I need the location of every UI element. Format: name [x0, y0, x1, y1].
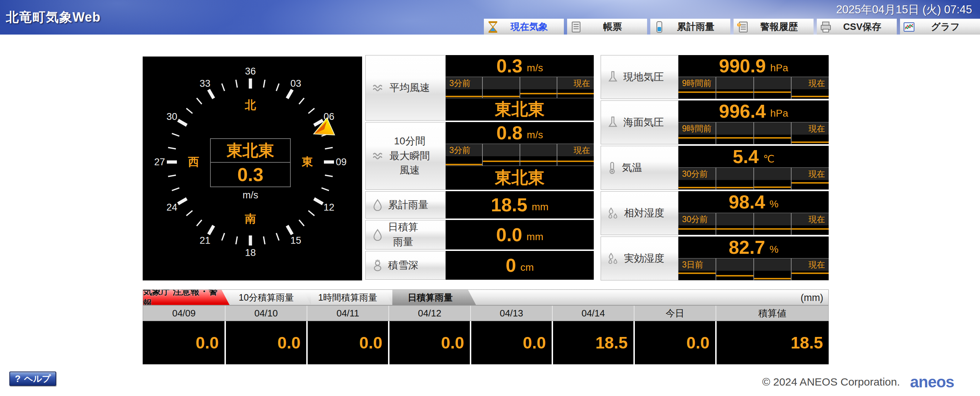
rain-tab-bar: 気象庁 注意報・警報 10分積算雨量 1時間積算雨量 日積算雨量 (mm): [143, 290, 829, 305]
metric-value: 5.4: [733, 146, 759, 167]
nav-tab-warning-history[interactable]: ! 警報履歴: [733, 19, 813, 35]
help-button-label: ヘルプ: [24, 373, 51, 385]
nav-tab-label: 警報履歴: [749, 21, 798, 33]
metric-label: 現地気圧: [623, 70, 663, 85]
cardinal-west: 西: [188, 154, 199, 169]
rain-value-cell: 0.0: [471, 321, 552, 364]
main-nav: 現在気象 帳票 累計雨量 !: [484, 19, 980, 35]
metric-label: 気温: [622, 160, 642, 175]
metric-unit: hPa: [770, 62, 788, 74]
rain-value-cell: 0.0: [143, 321, 224, 364]
metric-row-relative-humidity: 相対湿度 98.4 % 30分前 現在: [601, 191, 829, 235]
metric-row-cumulative-rain: 累計雨量 18.5 mm: [365, 191, 594, 219]
wind-icon: [372, 150, 385, 162]
column-header: 今日: [634, 306, 716, 321]
trend-from-label: 9時間前: [682, 78, 711, 89]
nav-tab-label: グラフ: [920, 21, 960, 33]
trend-sparkline: 30分前 現在: [678, 167, 829, 190]
compass-scale-number: 27: [154, 157, 165, 168]
column-header: 積算値: [716, 306, 828, 321]
barometer-icon: [608, 116, 618, 129]
compass-scale-number: 21: [200, 235, 210, 246]
report-icon: [570, 21, 582, 33]
wind-rain-metric-panel: 平均風速 0.3 m/s 3分前 現在 東北東 10分間 最大瞬間 風速: [365, 55, 594, 280]
barometer-icon: [608, 71, 618, 84]
metric-unit: %: [770, 198, 779, 210]
column-header: 04/11: [307, 306, 388, 321]
footer: © 2024 ANEOS Corporation. aneos: [762, 373, 954, 391]
metric-value: 18.5: [491, 194, 527, 215]
metric-label: 累計雨量: [388, 198, 428, 212]
metric-value: 990.9: [719, 55, 766, 77]
trend-to-label: 現在: [808, 78, 825, 89]
aneos-logo: aneos: [910, 373, 954, 391]
snowman-icon: [372, 259, 383, 271]
metric-row-max-gust: 10分間 最大瞬間 風速 0.8 m/s 3分前 現在 東北東: [365, 122, 594, 190]
column-header: 04/13: [470, 306, 552, 321]
trend-from-label: 3日前: [682, 259, 703, 270]
metric-value: 98.4: [729, 191, 765, 213]
metric-row-sea-level-pressure: 海面気圧 996.4 hPa 9時間前 現在: [601, 100, 829, 144]
compass-scale-number: 18: [245, 247, 256, 258]
compass-readout-box: 東北東 0.3: [210, 138, 291, 187]
csv-save-icon: [819, 21, 832, 33]
trend-to-label: 現在: [574, 78, 590, 89]
nav-tab-label: 現在気象: [500, 21, 548, 33]
tab-daily-rain[interactable]: 日積算雨量: [392, 290, 476, 305]
nav-tab-graph[interactable]: グラフ: [900, 19, 980, 35]
compass-scale-number: 30: [167, 111, 177, 122]
trend-sparkline: 3分前 現在: [446, 77, 594, 98]
wind-direction-text: 東北東: [446, 166, 594, 190]
trend-to-label: 現在: [574, 145, 590, 156]
metric-value: 0: [506, 255, 516, 276]
cardinal-south: 南: [245, 211, 256, 227]
question-mark-icon: ?: [15, 373, 21, 385]
column-header: 04/09: [143, 306, 225, 321]
metric-value: 0.8: [496, 122, 522, 144]
metric-label: 海面気圧: [623, 115, 663, 130]
nav-tab-csv-save[interactable]: CSV保存: [817, 19, 897, 35]
nav-tab-current-weather[interactable]: 現在気象: [484, 19, 564, 35]
metric-row-average-wind: 平均風速 0.3 m/s 3分前 現在 東北東: [365, 55, 594, 120]
metric-row-snow-depth: 積雪深 0 cm: [365, 251, 594, 280]
daily-rain-table: 04/09 04/10 04/11 04/12 04/13 04/14 今日 積…: [143, 305, 829, 364]
nav-tab-label: CSV保存: [832, 21, 881, 33]
metric-label: 積雪深: [388, 258, 418, 273]
rain-table-unit: (mm): [800, 290, 823, 306]
metric-label: 10分間 最大瞬間 風速: [390, 134, 430, 178]
compass-scale-number: 15: [290, 235, 301, 246]
metric-value: 0.3: [496, 55, 522, 77]
trend-from-label: 3分前: [449, 145, 471, 156]
trend-sparkline: 9時間前 現在: [678, 122, 829, 144]
tab-1hour-rain[interactable]: 1時間積算雨量: [311, 290, 392, 305]
alert-history-icon: !: [736, 21, 749, 33]
raindrop-icon: [372, 199, 383, 211]
rain-table-values: 0.0 0.0 0.0 0.0 0.0 18.5 0.0 18.5: [143, 321, 829, 364]
header-sky-banner: 北竜町気象Web 2025年04月15日 (火) 07:45 現在気象 帳票: [0, 0, 980, 35]
rain-value-cell: 18.5: [553, 321, 633, 364]
metric-value: 996.4: [719, 100, 766, 122]
graph-icon: [902, 21, 915, 33]
rain-gauge-icon: [653, 21, 666, 33]
help-button[interactable]: ? ヘルプ: [10, 372, 56, 386]
metric-unit: cm: [520, 262, 534, 273]
nav-tab-cumulative-rain[interactable]: 累計雨量: [650, 19, 730, 35]
metric-label: 平均風速: [390, 81, 430, 95]
tab-jma-warnings[interactable]: 気象庁 注意報・警報: [143, 290, 229, 305]
humidity-icon: [608, 207, 619, 220]
nav-tab-report[interactable]: 帳票: [567, 19, 647, 35]
svg-text:!: !: [738, 23, 740, 27]
trend-sparkline: 9時間前 現在: [678, 77, 829, 99]
metric-unit: m/s: [527, 129, 543, 141]
metric-unit: mm: [527, 231, 543, 242]
trend-from-label: 3分前: [449, 78, 471, 89]
trend-sparkline: 3日前 現在: [678, 258, 829, 280]
trend-to-label: 現在: [808, 259, 825, 270]
compass-scale-number: 24: [167, 202, 177, 213]
metric-row-effective-humidity: 実効湿度 82.7 % 3日前 現在: [601, 236, 829, 280]
metric-unit: %: [770, 244, 779, 255]
tab-10min-rain[interactable]: 10分積算雨量: [229, 290, 311, 305]
trend-from-label: 30分前: [682, 214, 708, 225]
trend-to-label: 現在: [808, 214, 825, 225]
humidity-icon: [608, 252, 619, 265]
